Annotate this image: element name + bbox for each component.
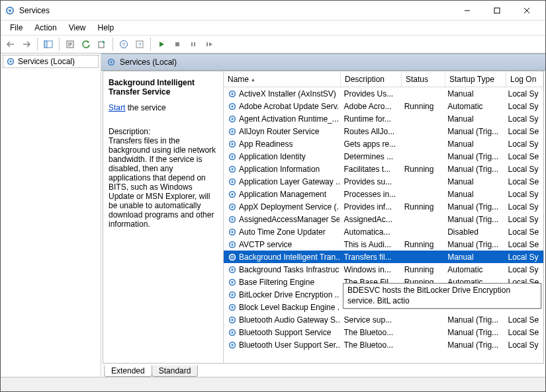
col-status[interactable]: Status bbox=[402, 71, 445, 87]
svg-point-56 bbox=[231, 319, 234, 321]
service-logon: Local Sy bbox=[504, 139, 543, 149]
restart-service-button[interactable] bbox=[202, 37, 216, 52]
gear-icon bbox=[228, 340, 237, 350]
service-row[interactable]: Bluetooth User Support Ser...The Bluetoo… bbox=[224, 338, 543, 351]
service-status: Running bbox=[400, 102, 444, 111]
minimize-button[interactable] bbox=[452, 1, 482, 20]
pause-service-button[interactable] bbox=[186, 37, 201, 52]
service-row[interactable]: App ReadinessGets apps re...ManualLocal … bbox=[224, 137, 543, 150]
col-name[interactable]: Name▴ bbox=[224, 71, 341, 87]
menu-file[interactable]: File bbox=[5, 22, 28, 34]
gear-icon bbox=[228, 102, 237, 111]
service-logon: Local Sy bbox=[504, 102, 543, 111]
close-button[interactable] bbox=[512, 1, 541, 20]
service-logon: Local Se bbox=[504, 152, 543, 161]
service-startup: Manual (Trig... bbox=[443, 240, 504, 249]
service-startup: Manual (Trig... bbox=[443, 315, 504, 325]
service-startup: Manual bbox=[443, 114, 504, 124]
svg-point-46 bbox=[231, 256, 234, 258]
stop-service-button[interactable] bbox=[170, 37, 185, 52]
col-log-on[interactable]: Log On bbox=[506, 71, 543, 87]
gear-icon bbox=[6, 57, 15, 66]
services-app-icon bbox=[5, 5, 15, 16]
service-name: App Readiness bbox=[239, 139, 293, 149]
service-desc: The Bluetoo... bbox=[340, 328, 400, 337]
service-row[interactable]: Application Layer Gateway ...Provides su… bbox=[224, 175, 543, 188]
help2-button[interactable]: ? bbox=[132, 37, 147, 52]
service-name: Bluetooth Support Service bbox=[239, 328, 331, 337]
svg-point-60 bbox=[231, 344, 234, 346]
start-link[interactable]: Start bbox=[109, 103, 125, 112]
selected-service-name: Background Intelligent Transfer Service bbox=[109, 78, 216, 97]
col-description[interactable]: Description bbox=[341, 71, 402, 87]
service-name: AVCTP service bbox=[239, 240, 292, 249]
start-service-button[interactable] bbox=[154, 37, 169, 52]
service-row[interactable]: AVCTP serviceThis is Audi...RunningManua… bbox=[224, 238, 543, 251]
tab-standard[interactable]: Standard bbox=[152, 366, 199, 377]
window-controls bbox=[452, 1, 541, 20]
service-startup: Manual (Trig... bbox=[443, 152, 504, 161]
service-row[interactable]: Agent Activation Runtime_...Runtime for.… bbox=[224, 112, 543, 125]
services-window: Services File Action View Help ? ? bbox=[0, 0, 546, 392]
service-row[interactable]: Application InformationFacilitates t...R… bbox=[224, 163, 543, 175]
service-row[interactable]: Bluetooth Support ServiceThe Bluetoo...M… bbox=[224, 326, 543, 338]
service-status: Running bbox=[400, 202, 444, 212]
col-name-label: Name bbox=[228, 75, 249, 84]
menu-view[interactable]: View bbox=[64, 22, 91, 34]
service-row[interactable]: Background Tasks Infrastruc...Windows in… bbox=[224, 263, 543, 276]
service-row[interactable]: Auto Time Zone UpdaterAutomatica...Disab… bbox=[224, 225, 543, 238]
svg-point-18 bbox=[110, 61, 113, 63]
service-rows[interactable]: ActiveX Installer (AxInstSV)Provides Us.… bbox=[224, 87, 543, 363]
service-startup: Manual bbox=[443, 89, 504, 98]
service-row[interactable]: AssignedAccessManager Se...AssignedAc...… bbox=[224, 213, 543, 225]
service-name: Application Management bbox=[239, 190, 326, 199]
service-startup: Manual (Trig... bbox=[443, 328, 504, 337]
service-startup: Manual (Trig... bbox=[443, 202, 504, 212]
service-name: AssignedAccessManager Se... bbox=[239, 215, 340, 224]
menu-action[interactable]: Action bbox=[29, 22, 62, 34]
export-button[interactable] bbox=[95, 37, 109, 52]
description-label: Description: bbox=[109, 127, 216, 136]
help-button[interactable]: ? bbox=[116, 37, 131, 52]
back-button[interactable] bbox=[3, 37, 18, 52]
service-desc: Automatica... bbox=[340, 227, 400, 237]
service-status: Running bbox=[400, 165, 444, 174]
service-row[interactable]: Bluetooth Audio Gateway S...Service sup.… bbox=[224, 313, 543, 326]
properties-button[interactable] bbox=[63, 37, 77, 52]
svg-text:?: ? bbox=[138, 42, 142, 48]
gear-icon bbox=[228, 315, 237, 325]
service-logon: Local Se bbox=[504, 240, 543, 249]
result-pane-header: Services (Local) bbox=[101, 54, 545, 71]
service-row[interactable]: ActiveX Installer (AxInstSV)Provides Us.… bbox=[224, 87, 543, 100]
gear-icon bbox=[228, 215, 237, 224]
refresh-button[interactable] bbox=[79, 37, 93, 52]
col-startup-type[interactable]: Startup Type bbox=[445, 71, 506, 87]
gear-icon bbox=[228, 202, 237, 212]
service-row[interactable]: Application IdentityDetermines ...Manual… bbox=[224, 150, 543, 163]
service-row[interactable]: Background Intelligent Tran...Transfers … bbox=[224, 251, 543, 263]
maximize-button[interactable] bbox=[482, 1, 512, 20]
service-name: Application Identity bbox=[239, 152, 306, 161]
forward-button[interactable] bbox=[19, 37, 34, 52]
gear-icon bbox=[228, 303, 237, 312]
tree-node-services-local[interactable]: Services (Local) bbox=[3, 55, 99, 68]
svg-point-1 bbox=[9, 9, 11, 12]
service-name: Bluetooth User Support Ser... bbox=[239, 340, 340, 350]
service-name: ActiveX Installer (AxInstSV) bbox=[239, 89, 336, 98]
service-name: Base Filtering Engine bbox=[239, 278, 314, 287]
service-row[interactable]: Application ManagementProcesses in...Man… bbox=[224, 188, 543, 200]
service-row[interactable]: Adobe Acrobat Update Serv...Adobe Acro..… bbox=[224, 100, 543, 112]
menu-help[interactable]: Help bbox=[93, 22, 120, 34]
service-name: Application Layer Gateway ... bbox=[239, 177, 340, 186]
service-row[interactable]: AllJoyn Router ServiceRoutes AllJo...Man… bbox=[224, 125, 543, 137]
svg-point-54 bbox=[231, 306, 234, 309]
tab-extended[interactable]: Extended bbox=[104, 366, 152, 377]
show-hide-tree-button[interactable] bbox=[41, 37, 56, 52]
service-row[interactable]: AppX Deployment Service (...Provides inf… bbox=[224, 200, 543, 213]
window-title: Services bbox=[19, 6, 452, 15]
service-name: Bluetooth Audio Gateway S... bbox=[239, 315, 340, 325]
service-desc: Provides inf... bbox=[340, 202, 400, 212]
gear-icon bbox=[228, 290, 237, 299]
service-startup: Manual bbox=[443, 253, 504, 262]
service-startup: Manual bbox=[443, 190, 504, 199]
